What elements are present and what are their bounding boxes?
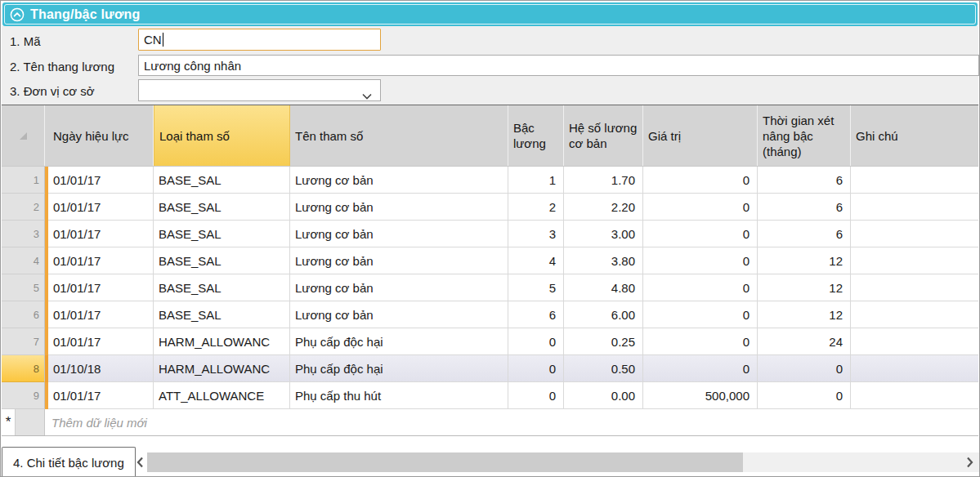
cell-bac-luong[interactable]: 5	[508, 274, 564, 301]
row-selector[interactable]: 6	[2, 301, 45, 328]
cell-loai-tham-so[interactable]: HARM_ALLOWANC	[154, 328, 290, 355]
cell-ten-tham-so[interactable]: Phụ cấp độc hại	[290, 355, 508, 382]
cell-loai-tham-so[interactable]: BASE_SAL	[154, 194, 290, 221]
collapse-icon[interactable]	[10, 7, 25, 22]
cell-bac-luong[interactable]: 3	[508, 221, 564, 247]
cell-ten-tham-so[interactable]: Lương cơ bản	[290, 221, 508, 247]
cell-thoi-gian[interactable]: 6	[758, 194, 851, 221]
column-header-loai-tham-so[interactable]: Loại tham số	[154, 105, 290, 166]
cell-thoi-gian[interactable]: 12	[758, 274, 851, 301]
cell-ten-tham-so[interactable]: Lương cơ bản	[290, 167, 508, 194]
cell-thoi-gian[interactable]: 0	[758, 355, 851, 382]
column-header-he-so[interactable]: Hệ số lương cơ bản	[564, 105, 643, 166]
cell-ghi-chu[interactable]	[851, 274, 978, 301]
cell-he-so[interactable]: 3.00	[564, 221, 643, 247]
cell-bac-luong[interactable]: 2	[508, 194, 564, 221]
cell-he-so[interactable]: 0.00	[564, 382, 643, 409]
cell-ngay-hieu-luc[interactable]: 01/01/17	[48, 167, 154, 194]
select-all-corner[interactable]	[2, 105, 45, 166]
cell-he-so[interactable]: 0.50	[564, 355, 643, 382]
cell-ten-tham-so[interactable]: Lương cơ bản	[290, 194, 508, 221]
cell-ngay-hieu-luc[interactable]: 01/01/17	[48, 221, 154, 247]
row-selector[interactable]: 1	[2, 167, 45, 194]
cell-he-so[interactable]: 4.80	[564, 274, 643, 301]
panel-header[interactable]: Thang/bậc lương	[2, 2, 978, 26]
scrollbar-thumb[interactable]	[147, 452, 743, 472]
cell-loai-tham-so[interactable]: BASE_SAL	[154, 167, 290, 194]
new-row-selector[interactable]	[16, 409, 45, 435]
cell-gia-tri[interactable]: 0	[643, 355, 758, 382]
cell-bac-luong[interactable]: 1	[508, 167, 564, 194]
row-selector[interactable]: 8	[2, 355, 45, 382]
column-header-thoi-gian[interactable]: Thời gian xét nâng bậc (tháng)	[758, 105, 851, 166]
cell-bac-luong[interactable]: 0	[508, 382, 564, 409]
row-selector[interactable]: 9	[2, 382, 45, 409]
cell-ten-tham-so[interactable]: Lương cơ bản	[290, 274, 508, 301]
cell-gia-tri[interactable]: 500,000	[643, 382, 758, 409]
cell-ten-tham-so[interactable]: Lương cơ bản	[290, 247, 508, 274]
row-selector[interactable]: 2	[2, 194, 45, 221]
cell-loai-tham-so[interactable]: BASE_SAL	[154, 247, 290, 274]
cell-bac-luong[interactable]: 0	[508, 328, 564, 355]
cell-ghi-chu[interactable]	[851, 301, 978, 328]
column-header-bac-luong[interactable]: Bậc lương	[508, 105, 564, 166]
cell-ngay-hieu-luc[interactable]: 01/01/17	[48, 301, 154, 328]
cell-bac-luong[interactable]: 4	[508, 247, 564, 274]
cell-thoi-gian[interactable]: 6	[758, 221, 851, 247]
cell-gia-tri[interactable]: 0	[643, 247, 758, 274]
cell-he-so[interactable]: 3.80	[564, 247, 643, 274]
column-header-gia-tri[interactable]: Giá trị	[643, 105, 758, 166]
row-selector[interactable]: 3	[2, 221, 45, 247]
cell-ten-tham-so[interactable]: Lương cơ bản	[290, 301, 508, 328]
cell-ghi-chu[interactable]	[851, 194, 978, 221]
row-selector[interactable]: 7	[2, 328, 45, 355]
cell-thoi-gian[interactable]: 24	[758, 328, 851, 355]
cell-thoi-gian[interactable]: 12	[758, 247, 851, 274]
cell-he-so[interactable]: 0.25	[564, 328, 643, 355]
row-selector[interactable]: 5	[2, 274, 45, 301]
column-header-ngay-hieu-luc[interactable]: Ngày hiệu lực	[48, 105, 154, 166]
cell-gia-tri[interactable]: 0	[643, 167, 758, 194]
cell-thoi-gian[interactable]: 12	[758, 301, 851, 328]
scroll-right-button[interactable]	[962, 452, 977, 472]
cell-gia-tri[interactable]: 0	[643, 221, 758, 247]
new-row-placeholder[interactable]: Thêm dữ liệu mới	[45, 409, 978, 435]
cell-ghi-chu[interactable]	[851, 247, 978, 274]
chevron-down-icon[interactable]	[362, 88, 372, 101]
cell-ngay-hieu-luc[interactable]: 01/01/17	[48, 194, 154, 221]
column-header-ghi-chu[interactable]: Ghi chú	[851, 105, 978, 166]
tab-chi-tiet-bac-luong[interactable]: 4. Chi tiết bậc lương	[2, 447, 136, 477]
cell-ngay-hieu-luc[interactable]: 01/01/17	[48, 328, 154, 355]
cell-ngay-hieu-luc[interactable]: 01/01/17	[48, 274, 154, 301]
scroll-left-button[interactable]	[132, 453, 147, 471]
cell-loai-tham-so[interactable]: HARM_ALLOWANC	[154, 355, 290, 382]
cell-he-so[interactable]: 2.20	[564, 194, 643, 221]
cell-loai-tham-so[interactable]: BASE_SAL	[154, 221, 290, 247]
cell-bac-luong[interactable]: 6	[508, 301, 564, 328]
don-vi-co-so-select[interactable]	[138, 79, 381, 101]
cell-ten-tham-so[interactable]: Phụ cấp độc hại	[290, 328, 508, 355]
cell-he-so[interactable]: 6.00	[564, 301, 643, 328]
cell-gia-tri[interactable]: 0	[643, 301, 758, 328]
cell-ngay-hieu-luc[interactable]: 01/01/17	[48, 382, 154, 409]
cell-loai-tham-so[interactable]: BASE_SAL	[154, 301, 290, 328]
new-row[interactable]: * Thêm dữ liệu mới	[2, 409, 978, 436]
cell-ten-tham-so[interactable]: Phụ cấp thu hút	[290, 382, 508, 409]
cell-ghi-chu[interactable]	[851, 355, 978, 382]
cell-ghi-chu[interactable]	[851, 221, 978, 247]
cell-gia-tri[interactable]: 0	[643, 274, 758, 301]
ten-thang-luong-input[interactable]: Lương công nhân	[138, 55, 979, 76]
cell-thoi-gian[interactable]: 6	[758, 167, 851, 194]
cell-ghi-chu[interactable]	[851, 382, 978, 409]
ma-input[interactable]: CN	[138, 29, 381, 51]
cell-loai-tham-so[interactable]: BASE_SAL	[154, 274, 290, 301]
cell-ngay-hieu-luc[interactable]: 01/01/17	[48, 247, 154, 274]
cell-gia-tri[interactable]: 0	[643, 328, 758, 355]
cell-bac-luong[interactable]: 0	[508, 355, 564, 382]
cell-he-so[interactable]: 1.70	[564, 167, 643, 194]
column-header-ten-tham-so[interactable]: Tên tham số	[290, 105, 508, 166]
cell-thoi-gian[interactable]: 0	[758, 382, 851, 409]
row-selector[interactable]: 4	[2, 247, 45, 274]
cell-gia-tri[interactable]: 0	[643, 194, 758, 221]
cell-ghi-chu[interactable]	[851, 328, 978, 355]
